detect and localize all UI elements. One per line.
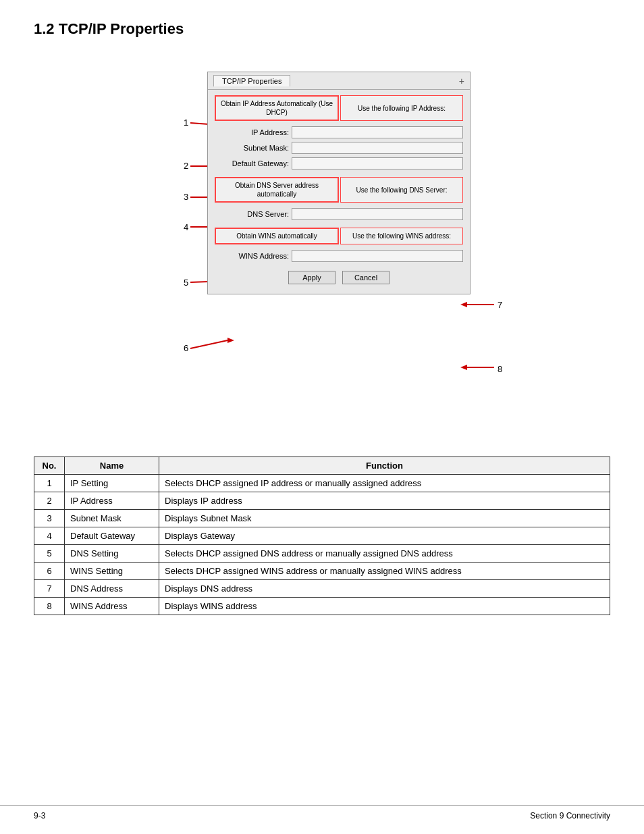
table-cell-4-2: Selects DHCP assigned DNS address or man… [159, 545, 610, 563]
col-header-no: No. [34, 457, 65, 475]
svg-marker-11 [227, 338, 234, 343]
table-row: 7DNS AddressDisplays DNS address [34, 580, 610, 598]
footer-section: Section 9 Connectivity [530, 811, 610, 820]
label-5: 5 [184, 278, 188, 288]
label-1: 1 [184, 118, 188, 128]
col-header-function: Function [159, 457, 610, 475]
subnet-mask-row: Subnet Mask: [215, 142, 463, 154]
subnet-mask-input[interactable] [292, 142, 463, 154]
use-following-wins-btn[interactable]: Use the following WINS address: [340, 228, 463, 244]
screenshot-area: 1 2 3 4 5 6 7 8 TCP/IP Prope [86, 58, 558, 436]
table-cell-6-2: Displays DNS address [159, 580, 610, 598]
ip-setting-row[interactable]: Obtain IP Address Automatically (Use DHC… [215, 95, 463, 121]
table-cell-1-2: Displays IP address [159, 492, 610, 510]
wins-setting-row[interactable]: Obtain WINS automatically Use the follow… [215, 228, 463, 244]
wins-address-row: WINS Address: [215, 250, 463, 262]
ip-address-label: IP Address: [215, 128, 289, 136]
table-cell-7-0: 8 [34, 598, 65, 615]
table-row: 2IP AddressDisplays IP address [34, 492, 610, 510]
label-2: 2 [184, 161, 188, 171]
dialog-titlebar: TCP/IP Properties + [208, 72, 470, 90]
col-header-name: Name [65, 457, 159, 475]
svg-marker-15 [460, 365, 467, 370]
table-cell-5-2: Selects DHCP assigned WINS address or ma… [159, 563, 610, 580]
table-cell-0-1: IP Setting [65, 475, 159, 492]
default-gateway-input[interactable] [292, 157, 463, 170]
obtain-ip-auto-btn[interactable]: Obtain IP Address Automatically (Use DHC… [215, 95, 339, 121]
apply-button[interactable]: Apply [288, 271, 336, 284]
table-cell-1-1: IP Address [65, 492, 159, 510]
obtain-wins-auto-btn[interactable]: Obtain WINS automatically [215, 228, 339, 244]
table-cell-2-0: 3 [34, 510, 65, 527]
dns-server-label: DNS Server: [215, 210, 289, 218]
ip-address-row: IP Address: [215, 126, 463, 138]
table-cell-4-1: DNS Setting [65, 545, 159, 563]
table-row: 4Default GatewayDisplays Gateway [34, 527, 610, 545]
page-footer: 9-3 Section 9 Connectivity [0, 805, 644, 820]
wins-address-input[interactable] [292, 250, 463, 262]
dialog-tab-label: TCP/IP Properties [213, 75, 290, 86]
cancel-button[interactable]: Cancel [342, 271, 390, 284]
dns-setting-row[interactable]: Obtain DNS Server address automatically … [215, 177, 463, 203]
table-cell-0-0: 1 [34, 475, 65, 492]
table-cell-3-1: Default Gateway [65, 527, 159, 545]
table-row: 1IP SettingSelects DHCP assigned IP addr… [34, 475, 610, 492]
ip-address-input[interactable] [292, 126, 463, 138]
table-row: 5DNS SettingSelects DHCP assigned DNS ad… [34, 545, 610, 563]
plus-icon: + [459, 76, 464, 86]
dns-server-input[interactable] [292, 208, 463, 220]
label-8: 8 [498, 364, 502, 374]
table-cell-6-1: DNS Address [65, 580, 159, 598]
table-cell-2-1: Subnet Mask [65, 510, 159, 527]
table-cell-7-2: Displays WINS address [159, 598, 610, 615]
table-cell-3-2: Displays Gateway [159, 527, 610, 545]
table-cell-2-2: Displays Subnet Mask [159, 510, 610, 527]
label-4: 4 [184, 222, 188, 232]
page-title: 1.2 TCP/IP Properties [34, 20, 610, 38]
table-row: 6WINS SettingSelects DHCP assigned WINS … [34, 563, 610, 580]
table-row: 8WINS AddressDisplays WINS address [34, 598, 610, 615]
use-following-ip-btn[interactable]: Use the following IP Address: [340, 95, 463, 121]
default-gateway-row: Default Gateway: [215, 157, 463, 170]
table-cell-7-1: WINS Address [65, 598, 159, 615]
table-cell-6-0: 7 [34, 580, 65, 598]
wins-address-label: WINS Address: [215, 252, 289, 260]
dialog-buttons: Apply Cancel [215, 265, 463, 288]
dialog-box: TCP/IP Properties + Obtain IP Address Au… [207, 72, 471, 294]
table-cell-0-2: Selects DHCP assigned IP address or manu… [159, 475, 610, 492]
table-cell-4-0: 5 [34, 545, 65, 563]
table-cell-1-0: 2 [34, 492, 65, 510]
table-cell-3-0: 4 [34, 527, 65, 545]
properties-table: No. Name Function 1IP SettingSelects DHC… [34, 457, 610, 615]
footer-page-number: 9-3 [34, 811, 45, 820]
svg-marker-13 [460, 302, 467, 307]
subnet-mask-label: Subnet Mask: [215, 144, 289, 152]
label-6: 6 [184, 343, 188, 353]
obtain-dns-auto-btn[interactable]: Obtain DNS Server address automatically [215, 177, 339, 203]
table-row: 3Subnet MaskDisplays Subnet Mask [34, 510, 610, 527]
label-7: 7 [498, 300, 502, 310]
label-3: 3 [184, 192, 188, 202]
use-following-dns-btn[interactable]: Use the following DNS Server: [340, 177, 463, 203]
svg-line-10 [190, 340, 227, 348]
dialog-content: Obtain IP Address Automatically (Use DHC… [208, 90, 470, 294]
table-cell-5-0: 6 [34, 563, 65, 580]
table-cell-5-1: WINS Setting [65, 563, 159, 580]
dns-server-row: DNS Server: [215, 208, 463, 220]
default-gateway-label: Default Gateway: [215, 159, 289, 167]
